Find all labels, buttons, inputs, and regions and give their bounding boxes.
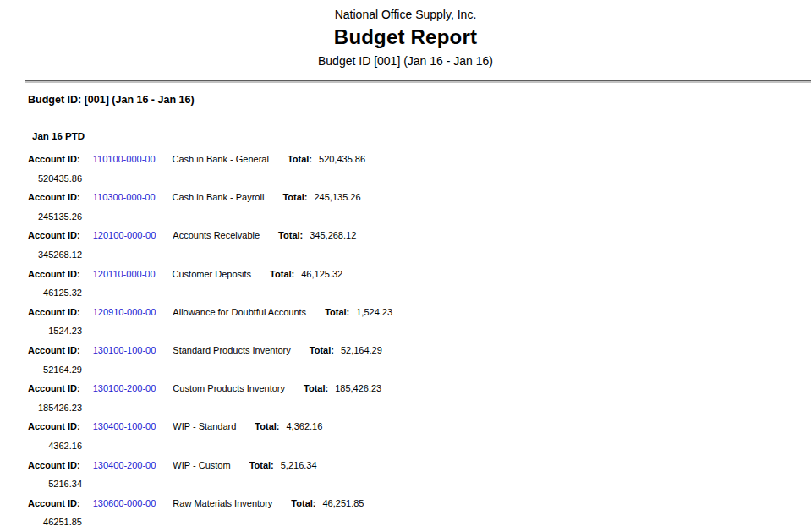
account-id-label: Account ID: [28,383,80,393]
account-name: Cash in Bank - General [173,154,269,164]
section-heading: Budget ID: [001] (Jan 16 - Jan 16) [28,93,811,107]
total-label: Total: [288,154,312,164]
ptd-value: 520435.86 [38,173,82,184]
account-name: WIP - Standard [173,421,236,431]
ptd-value-row: 520435.86 [0,169,82,189]
account-row: Account ID:130400-100-00WIP - StandardTo… [0,417,811,436]
account-id-link[interactable]: 130400-200-00 [93,460,156,470]
account-id-link[interactable]: 110100-000-00 [93,154,156,164]
ptd-value: 46125.32 [43,288,82,298]
account-id-label: Account ID: [28,269,80,279]
report-header: National Office Supply, Inc. Budget Repo… [0,7,811,69]
account-name: Allowance for Doubtful Accounts [173,307,306,317]
budget-report-page: National Office Supply, Inc. Budget Repo… [0,7,811,532]
report-title: Budget Report [0,24,811,51]
account-name: Custom Products Inventory [173,383,285,393]
total-label: Total: [310,345,334,355]
total-value: 345,268.12 [310,230,356,240]
total-value: 46,251.85 [322,498,364,508]
account-id-label: Account ID: [28,307,80,317]
total-value: 245,135.26 [315,192,361,202]
account-id-link[interactable]: 130600-000-00 [93,498,156,508]
total-label: Total: [278,230,303,240]
ptd-value: 245135.26 [38,211,82,222]
ptd-value-row: 185426.23 [0,398,82,418]
account-id-label: Account ID: [28,345,80,355]
total-value: 520,435.86 [319,154,365,164]
account-row: Account ID:120100-000-00Accounts Receiva… [0,226,811,245]
account-id-link[interactable]: 130400-100-00 [93,421,156,431]
total-value: 46,125.32 [301,269,342,279]
ptd-value: 5216.34 [48,479,82,489]
total-label: Total: [325,307,349,317]
account-id-label: Account ID: [28,192,80,202]
ptd-value: 46251.85 [43,517,82,527]
ptd-value: 345268.12 [38,250,82,260]
account-row: Account ID:120910-000-00Allowance for Do… [0,303,811,322]
account-id-link[interactable]: 130100-100-00 [93,345,156,355]
total-value: 1,524.23 [356,307,392,317]
ptd-value-row: 4362.16 [0,436,82,456]
period-label: Jan 16 PTD [32,130,811,142]
ptd-value-row: 46125.32 [0,283,82,303]
total-value: 52,164.29 [341,345,382,355]
ptd-value: 4362.16 [48,441,82,451]
account-row: Account ID:120110-000-00Customer Deposit… [0,265,811,284]
total-label: Total: [249,460,274,470]
account-row: Account ID:130100-200-00Custom Products … [0,379,811,398]
account-row: Account ID:130600-000-00Raw Materials In… [0,494,811,513]
total-label: Total: [304,383,328,393]
account-id-label: Account ID: [28,421,80,431]
total-value: 4,362.16 [286,421,322,431]
account-id-label: Account ID: [28,154,80,164]
ptd-value: 185426.23 [38,403,82,413]
account-name: Accounts Receivable [173,230,260,240]
ptd-value-row: 46251.85 [0,513,82,532]
ptd-value-row: 1524.23 [0,321,82,341]
account-name: Cash in Bank - Payroll [173,192,265,202]
account-row: Account ID:110100-000-00Cash in Bank - G… [0,150,811,169]
account-row: Account ID:130400-200-00WIP - CustomTota… [0,456,811,475]
total-label: Total: [282,192,307,202]
account-id-link[interactable]: 120910-000-00 [93,307,156,317]
account-id-label: Account ID: [28,498,80,508]
account-id-link[interactable]: 120110-000-00 [93,269,156,279]
company-name: National Office Supply, Inc. [0,7,811,22]
account-id-link[interactable]: 120100-000-00 [93,230,156,240]
total-label: Total: [291,498,315,508]
ptd-value-row: 52164.29 [0,360,82,380]
account-row: Account ID:110300-000-00Cash in Bank - P… [0,188,811,207]
account-name: Raw Materials Inventory [173,498,272,508]
account-row: Account ID:130100-100-00Standard Product… [0,341,811,360]
ptd-value: 1524.23 [48,326,82,336]
account-name: WIP - Custom [173,460,230,470]
ptd-value-row: 345268.12 [0,245,82,265]
report-subtitle: Budget ID [001] (Jan 16 - Jan 16) [0,53,811,69]
account-id-link[interactable]: 110300-000-00 [93,192,156,202]
total-label: Total: [255,421,279,431]
total-value: 185,426.23 [335,383,381,393]
ptd-value: 52164.29 [43,365,82,375]
account-name: Standard Products Inventory [173,345,290,355]
account-name: Customer Deposits [173,269,252,279]
header-divider [25,80,811,83]
account-id-label: Account ID: [28,230,80,240]
account-list: Account ID:110100-000-00Cash in Bank - G… [0,150,811,532]
account-id-label: Account ID: [28,460,80,470]
ptd-value-row: 245135.26 [0,207,82,227]
total-label: Total: [270,269,294,279]
account-id-link[interactable]: 130100-200-00 [93,383,156,393]
ptd-value-row: 5216.34 [0,474,82,494]
total-value: 5,216.34 [281,460,317,470]
